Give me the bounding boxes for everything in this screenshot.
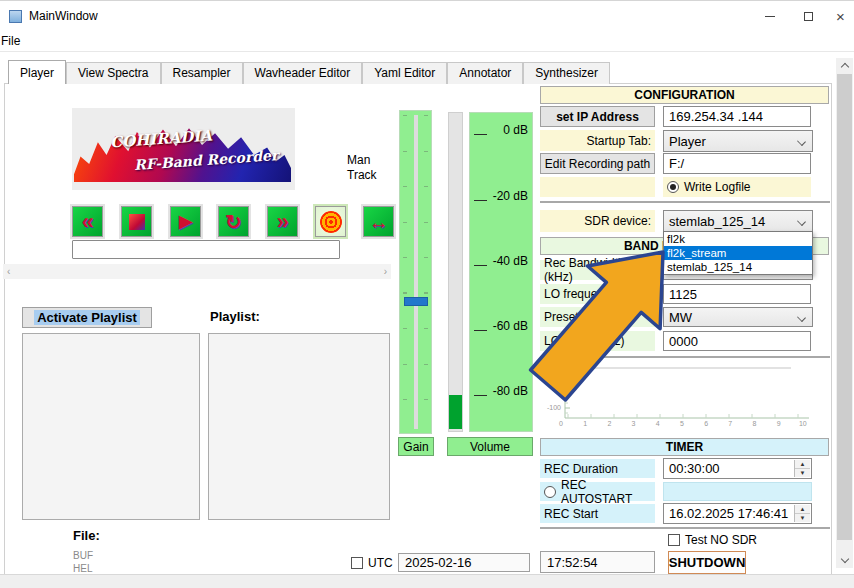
separator [540, 527, 830, 529]
scroll-up-button[interactable] [836, 58, 853, 73]
configuration-header: CONFIGURATION [540, 86, 829, 104]
forward-button[interactable]: » [267, 206, 298, 237]
sdr-device-dropdown: fl2k fl2k_stream stemlab_125_14 [663, 231, 813, 275]
cohiradia-logo: COHIRADIA RF-Band Recorder [72, 108, 295, 190]
startup-tab-label: Startup Tab: [540, 130, 655, 151]
activate-playlist-label: Activate Playlist [34, 310, 140, 325]
lo-frequency-label: LO frequency (kHz) [540, 284, 655, 304]
spinner[interactable]: ▲▼ [794, 460, 810, 477]
rec-autostart-radio[interactable]: REC AUTOSTART [540, 482, 655, 501]
spin-up-icon: ▲ [795, 505, 810, 514]
sdr-option-highlighted[interactable]: fl2k_stream [664, 246, 812, 260]
current-file-input[interactable] [72, 240, 340, 259]
gain-label: Gain [398, 437, 434, 456]
chevron-down-icon [797, 313, 806, 322]
rec-bandwidth-label: Rec Bandwidth (kHz) [540, 260, 655, 280]
rec-start-spinbox[interactable]: 16.02.2025 17:46:41 ▲▼ [663, 503, 812, 524]
loop-icon: ↻ [225, 212, 242, 232]
sdr-option[interactable]: fl2k [664, 232, 812, 246]
volume-scale[interactable]: 0 dB -20 dB -40 dB -60 dB -80 dB [469, 112, 533, 432]
tab-view-spectra[interactable]: View Spectra [66, 62, 160, 84]
close-button[interactable]: × [827, 1, 854, 31]
menu-file[interactable]: File [0, 34, 26, 48]
man-track-button[interactable]: ↔ [363, 206, 394, 237]
x-tick-labels: 01 23 45 67 89 10 [556, 420, 808, 427]
close-icon: × [836, 9, 845, 24]
utc-checkbox[interactable]: UTC [351, 556, 393, 570]
clock-display: 17:52:54 [540, 551, 655, 573]
chevron-down-icon [797, 137, 806, 146]
window-title: MainWindow [29, 9, 98, 23]
slider-ticks-left [403, 115, 407, 429]
startup-tab-value: Player [669, 134, 706, 149]
db-tick [474, 200, 487, 201]
scroll-down-button[interactable] [836, 553, 853, 568]
startup-tab-select[interactable]: Player [663, 130, 813, 152]
gain-slider-handle[interactable] [404, 297, 428, 306]
tab-player[interactable]: Player [8, 60, 66, 84]
date-field[interactable]: 2025-02-16 [398, 553, 530, 572]
stop-icon [129, 214, 145, 230]
lo-frequency-field[interactable]: 1125 [663, 284, 811, 304]
man-track-label: Man Track [347, 153, 391, 183]
ip-address-field[interactable]: 169.254.34 .144 [663, 106, 811, 127]
scroll-right-icon[interactable]: › [384, 266, 387, 277]
loop-button[interactable]: ↻ [218, 206, 249, 237]
playlist-label: Playlist: [210, 309, 260, 324]
tab-resampler[interactable]: Resampler [161, 62, 243, 84]
scroll-left-icon[interactable]: ‹ [7, 266, 10, 277]
minimize-button[interactable] [751, 1, 789, 31]
record-target-button[interactable] [315, 206, 346, 237]
rec-duration-value: 00:30:00 [669, 461, 720, 476]
db-label: -80 dB [493, 384, 528, 398]
preset-select[interactable]: MW [663, 307, 813, 327]
sdr-option[interactable]: stemlab_125_14 [664, 260, 812, 274]
tab-bar: Player View Spectra Resampler Wavheader … [8, 60, 610, 84]
shutdown-button[interactable]: SHUTDOWN [668, 551, 746, 574]
chevron-up-icon [840, 63, 848, 71]
tab-yaml-editor[interactable]: Yaml Editor [362, 62, 447, 84]
maximize-icon [804, 12, 813, 21]
playlist-list[interactable] [208, 333, 390, 520]
set-ip-address-button[interactable]: set IP Address [540, 106, 655, 127]
edit-recording-path-button[interactable]: Edit Recording path [540, 153, 655, 174]
preset-value: MW [669, 310, 692, 325]
db-label: 0 dB [503, 123, 528, 137]
lo-offset-field[interactable]: 0000 [663, 331, 811, 351]
checkbox-icon [668, 534, 680, 546]
file-list[interactable] [22, 333, 200, 520]
test-no-sdr-checkbox[interactable]: Test NO SDR [668, 533, 757, 547]
write-logfile-label: Write Logfile [684, 180, 750, 194]
level-meter [448, 112, 463, 432]
menu-bar: File [0, 30, 854, 52]
tab-synthesizer[interactable]: Synthesizer [523, 62, 610, 84]
rec-autostart-field[interactable] [663, 482, 812, 501]
recording-path-field[interactable]: F:/ [663, 153, 811, 174]
activate-playlist-button[interactable]: Activate Playlist [22, 307, 152, 328]
chevron-down-icon [797, 217, 806, 226]
rewind-button[interactable]: « [72, 206, 103, 237]
tab-annotator[interactable]: Annotator [447, 62, 523, 84]
play-button[interactable]: ▶ [170, 206, 201, 237]
y-tick-label: -100 [543, 404, 561, 411]
rec-duration-label: REC Duration [540, 459, 655, 478]
play-icon: ▶ [179, 213, 192, 230]
buffer-line: BUF [73, 550, 93, 561]
horizontal-scrollbar[interactable]: ‹ › [3, 264, 391, 279]
spinner[interactable]: ▲▼ [794, 505, 810, 522]
sdr-device-select[interactable]: stemlab_125_14 [663, 210, 813, 232]
stop-button[interactable] [121, 206, 152, 237]
maximize-button[interactable] [789, 1, 827, 31]
title-bar: MainWindow × [0, 0, 854, 30]
write-logfile-radio[interactable]: Write Logfile [663, 177, 811, 197]
tab-wavheader-editor[interactable]: Wavheader Editor [243, 62, 363, 84]
rec-duration-spinbox[interactable]: 00:30:00 ▲▼ [663, 458, 812, 479]
vertical-scrollbar[interactable] [836, 58, 853, 568]
separator [540, 201, 830, 203]
buffer-line: HEL [73, 563, 92, 574]
file-label: File: [73, 528, 100, 543]
target-icon [320, 211, 342, 233]
scrollbar-thumb[interactable] [837, 74, 852, 540]
gain-slider[interactable] [399, 110, 432, 434]
spin-down-icon: ▼ [795, 469, 810, 477]
